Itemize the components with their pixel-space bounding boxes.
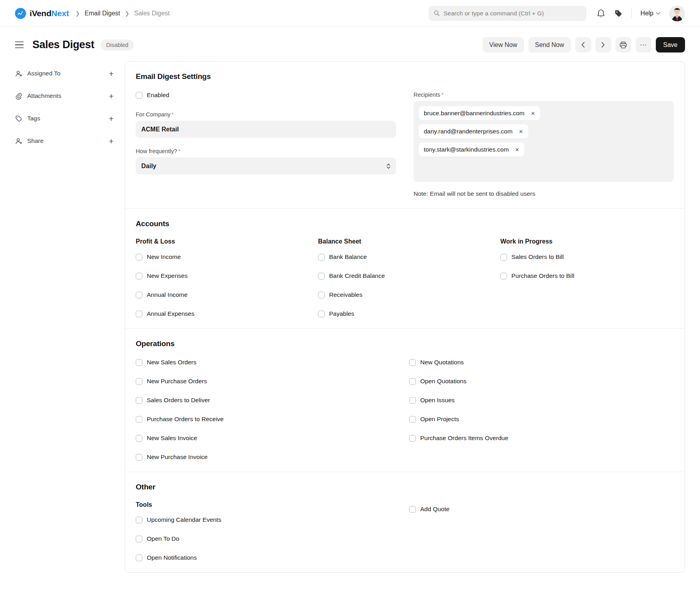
checkbox[interactable]: [318, 311, 325, 317]
checkbox-label: Payables: [329, 310, 354, 317]
send-now-button[interactable]: Send Now: [528, 37, 571, 52]
remove-recipient-icon[interactable]: ✕: [531, 111, 535, 116]
frequency-select[interactable]: Daily: [136, 157, 396, 174]
view-now-button[interactable]: View Now: [483, 37, 524, 52]
operations-right-checklist: New Quotations Open Quotations Open Issu…: [409, 359, 674, 461]
checkbox-row[interactable]: Open Issues: [409, 397, 674, 404]
app-logo-text: iVendNext: [30, 9, 69, 18]
enabled-checkbox-row[interactable]: Enabled: [136, 92, 396, 99]
enabled-checkbox[interactable]: [136, 92, 142, 99]
checkbox[interactable]: [136, 555, 142, 561]
print-button[interactable]: [616, 37, 631, 52]
checkbox-row[interactable]: Receivables: [318, 291, 492, 298]
enabled-label: Enabled: [147, 92, 169, 99]
checkbox-label: Bank Balance: [329, 253, 367, 261]
checkbox[interactable]: [409, 378, 416, 385]
checkbox-row[interactable]: Upcoming Calendar Events: [136, 516, 401, 523]
checkbox[interactable]: [409, 359, 416, 366]
checkbox[interactable]: [136, 378, 142, 385]
checkbox[interactable]: [136, 292, 142, 298]
sidebar-toggle-icon[interactable]: [15, 41, 24, 48]
checkbox-row[interactable]: New Quotations: [409, 359, 674, 366]
checkbox[interactable]: [409, 397, 416, 404]
checkbox-row[interactable]: Open Quotations: [409, 378, 674, 385]
checkbox[interactable]: [136, 311, 142, 317]
checkbox[interactable]: [136, 416, 142, 423]
status-badge: Disabled: [101, 39, 134, 51]
checkbox-label: Open Notifications: [147, 554, 197, 561]
tools-checklist: Upcoming Calendar Events Open To Do Open…: [136, 516, 401, 561]
checkbox[interactable]: [136, 359, 142, 366]
checkbox-row[interactable]: Bank Credit Balance: [318, 272, 492, 279]
checkbox-row[interactable]: Purchase Orders Items Overdue: [409, 435, 674, 442]
recipient-email: bruce.banner@bannerindustries.com: [424, 110, 524, 117]
checkbox-row[interactable]: Sales Orders to Deliver: [136, 397, 401, 404]
app-logo[interactable]: iVendNext: [15, 8, 69, 19]
add-share-button[interactable]: +: [109, 137, 114, 145]
checkbox-row[interactable]: New Sales Orders: [136, 359, 401, 366]
checkbox-row[interactable]: New Sales Invoice: [136, 435, 401, 442]
checkbox-row[interactable]: Annual Income: [136, 291, 309, 298]
global-search[interactable]: [429, 6, 586, 21]
breadcrumb-chevron-icon: ❯: [75, 10, 80, 17]
help-menu[interactable]: Help: [640, 10, 661, 17]
checkbox[interactable]: [500, 273, 507, 279]
checkbox[interactable]: [318, 254, 325, 261]
checkbox-row[interactable]: Sales Orders to Bill: [500, 253, 674, 261]
user-avatar[interactable]: [669, 6, 685, 21]
checkbox-row[interactable]: Add Quote: [409, 506, 674, 513]
checkbox-row[interactable]: Open Notifications: [136, 554, 401, 561]
checkbox[interactable]: [136, 517, 142, 523]
checkbox-row[interactable]: Open Projects: [409, 416, 674, 423]
checkbox-row[interactable]: New Purchase Orders: [136, 378, 401, 385]
add-assignment-button[interactable]: +: [109, 69, 114, 78]
checkbox-row[interactable]: Payables: [318, 310, 492, 317]
sidebar-item-assigned-to[interactable]: Assigned To +: [15, 67, 114, 79]
checkbox[interactable]: [136, 397, 142, 404]
checkbox-label: Upcoming Calendar Events: [147, 516, 221, 523]
notifications-bell-icon[interactable]: [597, 9, 605, 18]
more-options-button[interactable]: ···: [636, 37, 651, 52]
checkbox-row[interactable]: Purchase Orders to Bill: [500, 272, 674, 279]
remove-recipient-icon[interactable]: ✕: [519, 129, 523, 135]
remove-recipient-icon[interactable]: ✕: [515, 147, 519, 153]
checkbox-row[interactable]: New Income: [136, 253, 309, 261]
for-company-field[interactable]: ACME Retail: [136, 121, 396, 138]
sidebar-item-tags[interactable]: Tags +: [15, 112, 114, 124]
sidebar-item-label: Attachments: [27, 92, 61, 99]
checkbox-row[interactable]: Purchase Orders to Receive: [136, 416, 401, 423]
next-record-button[interactable]: [595, 37, 611, 52]
prev-record-button[interactable]: [575, 37, 591, 52]
add-attachment-button[interactable]: +: [109, 92, 114, 100]
tag-icon[interactable]: [614, 9, 623, 18]
search-icon: [434, 10, 440, 17]
checkbox-row[interactable]: New Purchase Invoice: [136, 454, 401, 461]
save-button[interactable]: Save: [656, 37, 685, 52]
recipients-note: Note: Email will not be sent to disabled…: [414, 190, 674, 197]
checkbox[interactable]: [409, 416, 416, 423]
checkbox-row[interactable]: Bank Balance: [318, 253, 492, 261]
sidebar-item-share[interactable]: Share +: [15, 135, 114, 147]
checkbox-row[interactable]: Annual Expenses: [136, 310, 309, 317]
other-right-checklist: Add Quote: [409, 506, 674, 513]
checkbox-label: Open Quotations: [420, 378, 466, 385]
add-tag-button[interactable]: +: [109, 114, 114, 123]
checkbox[interactable]: [136, 254, 142, 261]
search-input[interactable]: [444, 10, 581, 17]
checkbox[interactable]: [409, 506, 416, 513]
sidebar-item-attachments[interactable]: Attachments +: [15, 90, 114, 102]
recipients-field[interactable]: bruce.banner@bannerindustries.com ✕ dany…: [414, 101, 674, 182]
checkbox[interactable]: [136, 435, 142, 442]
checkbox[interactable]: [318, 273, 325, 279]
checkbox[interactable]: [409, 435, 416, 442]
checkbox-row[interactable]: Open To Do: [136, 535, 401, 542]
checkbox[interactable]: [136, 273, 142, 279]
checkbox-row[interactable]: New Expenses: [136, 272, 309, 279]
checkbox[interactable]: [136, 536, 142, 542]
checkbox[interactable]: [500, 254, 507, 261]
checkbox[interactable]: [318, 292, 325, 298]
breadcrumb-email-digest[interactable]: Email Digest: [84, 10, 120, 17]
checkbox-label: New Sales Orders: [147, 359, 197, 366]
operations-left-checklist: New Sales Orders New Purchase Orders Sal…: [136, 359, 401, 461]
checkbox[interactable]: [136, 454, 142, 461]
